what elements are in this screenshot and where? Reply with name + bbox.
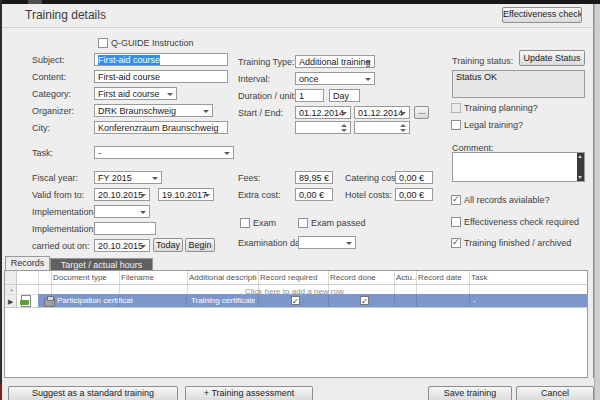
category-label: Category:	[32, 89, 71, 100]
exam-passed-checkbox-label: Exam passed	[311, 218, 366, 229]
spinner-up-icon	[341, 124, 347, 127]
grid-vline	[416, 294, 417, 307]
begin-button[interactable]: Begin	[185, 238, 215, 252]
effectiveness-check-required-label: Effectiveness check required	[464, 217, 579, 228]
effectiveness-check-button[interactable]: Effectiveness check	[502, 7, 582, 23]
dropdown-arrow-icon	[365, 78, 371, 81]
training-type-select[interactable]: Additional training	[295, 55, 375, 68]
dropdown-arrow-icon	[341, 112, 347, 115]
cell-task: -	[473, 294, 513, 307]
duration-input[interactable]: 1	[295, 89, 324, 102]
organizer-select[interactable]: DRK Braunschweig	[94, 104, 213, 117]
fees-input[interactable]: 89,95 €	[295, 171, 333, 184]
grid-vline	[187, 271, 188, 294]
valid-from-select[interactable]: 20.10.2015	[94, 188, 150, 201]
save-training-button[interactable]: Save training	[428, 386, 512, 400]
training-status-label: Training status:	[452, 56, 513, 67]
fiscal-year-select[interactable]: FY 2015	[94, 171, 162, 184]
organizer-value: DRK Braunschweig	[98, 106, 176, 116]
exam-passed-checkbox[interactable]	[298, 218, 308, 228]
column-header-record-date[interactable]: Record date	[418, 271, 468, 284]
grid-vline	[51, 271, 52, 294]
grid-vline	[38, 271, 39, 294]
carried-out-value: 20.10.2015	[98, 241, 143, 251]
spinner-arrows-icon[interactable]	[399, 123, 408, 132]
tab-records[interactable]: Records	[5, 256, 50, 270]
duration-unit-label: Duration / unit:	[238, 91, 297, 102]
extra-cost-label: Extra cost:	[238, 190, 281, 201]
training-type-value: Additional training	[299, 57, 371, 67]
column-header-record-required[interactable]: Record required	[260, 271, 326, 284]
hotel-costs-label: Hotel costs:	[345, 190, 392, 201]
grid-vline	[118, 294, 119, 307]
start-time-spinner[interactable]	[295, 121, 351, 134]
examination-date-select[interactable]	[298, 236, 356, 249]
start-date-select[interactable]: 01.12.2014	[295, 106, 351, 119]
spinner-arrows-icon[interactable]	[340, 123, 349, 132]
dropdown-arrow-icon	[203, 110, 209, 113]
hotel-costs-input[interactable]: 0,00 €	[395, 188, 433, 201]
scroll-up-icon	[578, 155, 582, 158]
dropdown-arrow-icon	[140, 194, 146, 197]
window-top-edge	[0, 0, 600, 4]
record-required-checkbox[interactable]	[291, 296, 300, 305]
task-label: Task:	[32, 148, 53, 159]
start-date-value: 01.12.2014	[299, 108, 344, 118]
column-header-record-done[interactable]: Record done	[330, 271, 392, 284]
training-status-box: Status OK	[452, 70, 585, 98]
column-header-actual[interactable]: Actu...	[396, 271, 416, 284]
window-right-edge	[595, 4, 600, 400]
implementation-to-select[interactable]	[94, 205, 150, 218]
grid-vline	[328, 294, 329, 307]
comment-scrollbar[interactable]	[577, 153, 584, 181]
city-label: City:	[32, 123, 50, 134]
implementation-by-input[interactable]	[94, 222, 156, 235]
training-finished-checkbox[interactable]	[451, 238, 461, 248]
today-button[interactable]: Today	[153, 238, 183, 252]
window-left-edge	[0, 0, 2, 400]
end-date-select[interactable]: 01.12.2014	[354, 106, 410, 119]
dropdown-arrow-icon	[167, 93, 173, 96]
all-records-available-checkbox[interactable]	[451, 195, 461, 205]
category-value: First aid course	[98, 89, 160, 99]
qguide-instruction-checkbox[interactable]	[98, 38, 108, 48]
extra-cost-input[interactable]: 0,00 €	[295, 188, 333, 201]
column-header-filename[interactable]: Filename	[121, 271, 185, 284]
effectiveness-check-required-checkbox[interactable]	[451, 217, 461, 227]
suggest-standard-training-button[interactable]: Suggest as a standard training	[8, 386, 178, 400]
content-input[interactable]: First-aid course	[94, 70, 228, 83]
city-input[interactable]: Konferenzraum Braunschweig	[94, 121, 228, 134]
training-assessment-button[interactable]: + Training assessment	[185, 386, 313, 400]
valid-to-select[interactable]: 19.10.2017	[158, 188, 214, 201]
grid-row-divider	[5, 307, 587, 308]
cancel-button[interactable]: Cancel	[516, 386, 594, 400]
print-icon[interactable]	[44, 298, 55, 307]
duration-unit-input[interactable]: Day	[329, 89, 360, 102]
category-select[interactable]: First aid course	[94, 87, 177, 100]
record-document-icon[interactable]	[21, 295, 31, 307]
column-header-document-type[interactable]: Document type	[53, 271, 117, 284]
training-status-text: Status OK	[456, 72, 497, 82]
end-time-spinner[interactable]	[354, 121, 410, 134]
subject-input[interactable]: First-aid course	[94, 53, 228, 66]
catering-costs-input[interactable]: 0,00 €	[395, 171, 433, 184]
column-header-task[interactable]: Task	[471, 271, 571, 284]
training-details-window: Training details Effectiveness check Q-G…	[0, 0, 600, 400]
tab-target-actual-hours[interactable]: Target / actual hours	[50, 258, 153, 270]
column-header-additional-description[interactable]: Additional description	[189, 271, 257, 284]
record-done-checkbox[interactable]	[360, 296, 369, 305]
exam-checkbox[interactable]	[240, 218, 250, 228]
spinner-down-icon	[341, 129, 347, 132]
dropdown-arrow-icon	[204, 194, 210, 197]
grid-vline	[394, 271, 395, 294]
task-select[interactable]: -	[94, 146, 234, 159]
table-row[interactable]: Participation certificate Training certi…	[38, 294, 587, 307]
legal-training-checkbox[interactable]	[451, 120, 461, 130]
update-status-button[interactable]: Update Status	[519, 50, 585, 66]
training-planning-checkbox[interactable]	[451, 103, 461, 113]
interval-select[interactable]: once	[295, 72, 375, 85]
browse-dates-button[interactable]: ...	[414, 106, 429, 119]
dropdown-arrow-icon	[346, 242, 352, 245]
comment-textarea[interactable]	[452, 152, 585, 182]
carried-out-date-select[interactable]: 20.10.2015	[94, 239, 150, 252]
